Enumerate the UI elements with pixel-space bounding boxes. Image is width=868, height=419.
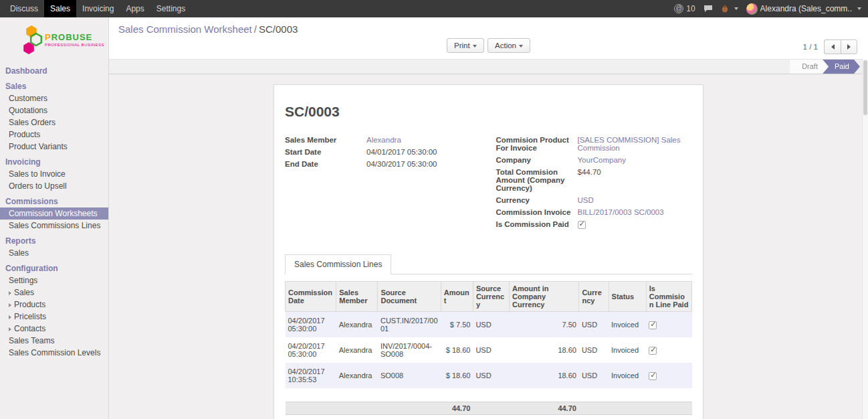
tab-sales-commission-lines[interactable]: Sales Commission Lines	[285, 254, 391, 274]
field-label: End Date	[285, 160, 364, 168]
commission-line-row[interactable]: 04/20/2017 05:30:00 Alexandra CUST.IN/20…	[286, 311, 692, 337]
field-currency: Currency USD	[496, 196, 693, 204]
sidebar-item-customers[interactable]: Customers	[0, 92, 108, 104]
action-buttons: Print Action	[109, 38, 868, 53]
sidebar-item-sales-to-invoice[interactable]: Sales to Invoice	[0, 168, 108, 180]
sidebar-item-sales-commissions-lines[interactable]: Sales Commissions Lines	[0, 220, 108, 232]
menu-settings[interactable]: Settings	[150, 0, 191, 17]
action-button[interactable]: Action	[487, 38, 530, 53]
sidebar-item-reports-sales[interactable]: Sales	[0, 247, 108, 259]
field-sales-member: Sales Member Alexandra	[285, 136, 481, 144]
commission-line-row[interactable]: 04/20/2017 05:30:00 Alexandra INV/2017/0…	[286, 337, 692, 363]
cell-doc: CUST.IN/2017/0001	[378, 311, 441, 337]
pager-next-button[interactable]	[841, 39, 857, 54]
menu-sales[interactable]: Sales	[44, 0, 76, 17]
sidebar-item-orders-to-upsell[interactable]: Orders to Upsell	[0, 180, 108, 192]
sidebar-item-pricelists[interactable]: Pricelists	[0, 311, 108, 323]
cell-date: 04/20/2017 10:35:53	[286, 363, 336, 388]
sidebar-item-sales-teams[interactable]: Sales Teams	[0, 335, 108, 347]
sidebar-item-commission-worksheets[interactable]: Commission Worksheets	[0, 207, 108, 220]
sidebar-item-label: Sales	[14, 288, 34, 297]
field-total-commission-amount: Total Commision Amount (Company Currency…	[496, 168, 693, 192]
currency-link[interactable]: USD	[578, 196, 594, 204]
sidebar-item-config-sales[interactable]: Sales	[0, 286, 108, 299]
chevron-down-icon	[519, 45, 523, 48]
sidebar-section-configuration[interactable]: Configuration	[0, 262, 108, 274]
col-is-commission-line-paid[interactable]: Is Commision Line Paid	[646, 281, 691, 311]
col-source-document[interactable]: Source Document	[378, 281, 441, 311]
cell-paid	[646, 337, 691, 363]
breadcrumb-current: SC/0003	[259, 23, 298, 35]
col-amount-company-currency[interactable]: Amount in Company Currency	[510, 281, 579, 311]
col-status[interactable]: Status	[609, 281, 646, 311]
total-company-amount: 44.70	[510, 402, 579, 415]
messages-button[interactable]	[703, 5, 713, 13]
notebook-tabs: Sales Commission Lines	[285, 254, 692, 274]
form-sheet: SC/0003 Sales Member Alexandra Start Dat…	[274, 84, 703, 419]
company-link[interactable]: YourCompany	[578, 156, 626, 164]
start-date-value: 04/01/2017 05:30:00	[366, 148, 481, 156]
sidebar-section-sales[interactable]: Sales	[0, 80, 108, 92]
pager-previous-button[interactable]	[824, 39, 841, 54]
total-amount: 44.70	[441, 402, 473, 415]
print-button[interactable]: Print	[447, 38, 484, 53]
field-label: Company	[496, 156, 575, 164]
sidebar-section-reports[interactable]: Reports	[0, 235, 108, 247]
menu-invoicing[interactable]: Invoicing	[76, 0, 120, 17]
chevron-down-icon	[857, 7, 861, 10]
cell-date: 04/20/2017 05:30:00	[286, 337, 336, 363]
sidebar-item-sales-orders[interactable]: Sales Orders	[0, 116, 108, 129]
commission-line-row[interactable]: 04/20/2017 10:35:53 Alexandra SO008 $ 18…	[286, 363, 692, 388]
sidebar-item-dashboard[interactable]: Dashboard	[0, 65, 108, 77]
field-groups: Sales Member Alexandra Start Date 04/01/…	[285, 136, 692, 233]
sidebar-item-settings[interactable]: Settings	[0, 274, 108, 286]
bug-icon	[721, 5, 729, 13]
cell-status: Invoiced	[609, 363, 646, 388]
end-date-value: 04/30/2017 05:30:00	[366, 160, 481, 168]
col-sales-member[interactable]: Sales Member	[336, 281, 378, 311]
status-step-draft[interactable]: Draft	[790, 60, 829, 74]
table-header-row: Commission Date Sales Member Source Docu…	[286, 281, 692, 311]
sidebar-item-products[interactable]: Products	[0, 129, 108, 141]
menu-apps[interactable]: Apps	[120, 0, 150, 17]
breadcrumb-parent-link[interactable]: Sales Commission Worksheet	[118, 23, 252, 35]
sidebar-item-config-products[interactable]: Products	[0, 299, 108, 311]
user-menu[interactable]: Alexandra (Sales_comm..	[746, 3, 861, 15]
commission-product-link[interactable]: [SALES COMMISSION] Sales Commission	[578, 136, 681, 152]
col-commission-date[interactable]: Commission Date	[286, 281, 336, 311]
col-currency[interactable]: Currency	[579, 281, 609, 311]
vertical-scrollbar[interactable]	[862, 59, 868, 419]
sidebar-item-contacts[interactable]: Contacts	[0, 323, 108, 335]
sidebar-item-label: Pricelists	[14, 312, 46, 321]
debug-menu[interactable]	[721, 5, 738, 13]
cell-status: Invoiced	[609, 337, 646, 363]
logo-hexagons-icon	[20, 24, 43, 55]
form-view-area: SC/0003 Sales Member Alexandra Start Dat…	[109, 74, 868, 419]
commission-lines-table: Commission Date Sales Member Source Docu…	[285, 281, 692, 416]
activities-indicator[interactable]: @ 10	[674, 4, 695, 13]
statusbar: Draft Paid	[109, 59, 868, 74]
col-amount[interactable]: Amount	[441, 281, 473, 311]
scrollbar-thumb[interactable]	[863, 60, 867, 115]
line-paid-checkbox	[649, 347, 657, 355]
col-source-currency[interactable]: Source Currency	[473, 281, 509, 311]
sidebar-section-commissions[interactable]: Commissions	[0, 195, 108, 207]
pager-label: 1 / 1	[803, 43, 818, 51]
chevron-down-icon	[734, 7, 738, 10]
sidebar-section-invoicing[interactable]: Invoicing	[0, 156, 108, 168]
main-content: Sales Commission Worksheet/SC/0003 Print…	[109, 17, 868, 419]
chevron-down-icon	[473, 45, 477, 48]
sidebar-item-quotations[interactable]: Quotations	[0, 104, 108, 116]
cell-member: Alexandra	[336, 337, 378, 363]
field-start-date: Start Date 04/01/2017 05:30:00	[285, 148, 481, 156]
sidebar: PROBUSE PROFESSIONAL BUSINESS Dashboard …	[0, 17, 109, 419]
sales-member-link[interactable]: Alexandra	[366, 136, 401, 144]
sidebar-item-sales-commission-levels[interactable]: Sales Commission Levels	[0, 347, 108, 359]
cell-currency: USD	[579, 311, 609, 337]
cell-paid	[646, 311, 691, 337]
commission-invoice-link[interactable]: BILL/2017/0003 SC/0003	[578, 208, 664, 216]
field-label: Start Date	[285, 148, 364, 156]
sidebar-item-product-variants[interactable]: Product Variants	[0, 141, 108, 153]
chevron-right-icon	[847, 44, 851, 50]
menu-discuss[interactable]: Discuss	[4, 0, 44, 17]
